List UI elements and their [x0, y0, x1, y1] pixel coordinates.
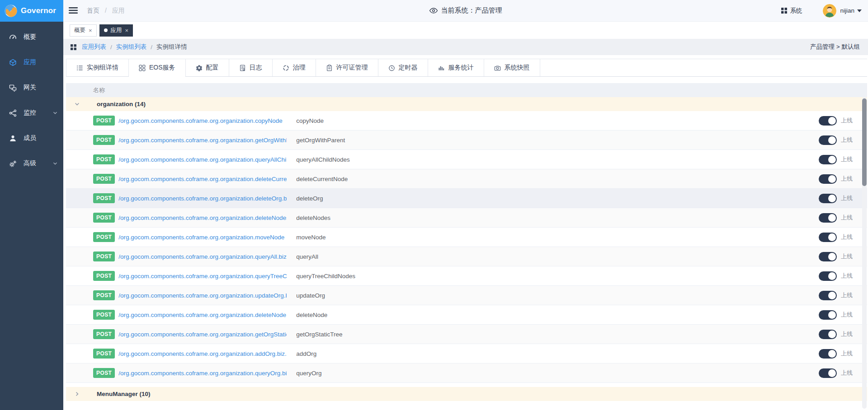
hamburger-icon[interactable] [69, 7, 79, 15]
stats-icon [438, 65, 445, 71]
online-label: 上线 [841, 272, 853, 280]
close-icon[interactable]: × [89, 28, 92, 33]
close-icon[interactable]: × [125, 28, 129, 33]
tab-timer[interactable]: 定时器 [378, 59, 428, 76]
service-path-link[interactable]: /org.gocom.components.coframe.org.organi… [118, 253, 287, 260]
avatar[interactable] [823, 4, 836, 18]
tab-instance-detail[interactable]: 实例组详情 [66, 59, 129, 76]
view-tag-label: 应用 [111, 27, 122, 34]
name-column-header: 名称 [93, 86, 105, 94]
sidebar-item-member[interactable]: 成员 [0, 126, 63, 151]
tab-label: 实例组详情 [87, 64, 118, 72]
online-toggle[interactable] [819, 194, 837, 203]
service-path-link[interactable]: /org.gocom.components.coframe.org.organi… [118, 137, 287, 144]
service-path-link[interactable]: /org.gocom.components.coframe.org.organi… [118, 234, 287, 241]
service-group-row[interactable]: MenuManager (10) [66, 387, 867, 401]
online-toggle[interactable] [819, 155, 837, 164]
online-label: 上线 [841, 116, 853, 125]
user-icon [9, 135, 17, 142]
sidebar-item-advanced[interactable]: 高级 [0, 151, 63, 176]
service-path-link[interactable]: /org.gocom.components.coframe.org.organi… [118, 370, 287, 377]
method-badge: POST [93, 310, 115, 320]
sidebar-item-label: 网关 [24, 84, 36, 92]
online-toggle[interactable] [819, 233, 837, 242]
service-row: POST /org.gocom.components.coframe.org.o… [66, 363, 867, 383]
method-badge: POST [93, 232, 115, 242]
service-name: moveNode [296, 234, 326, 241]
service-row: POST /org.gocom.components.coframe.org.o… [66, 247, 867, 266]
tab-service-stats[interactable]: 服务统计 [428, 59, 484, 76]
squares-icon [139, 65, 146, 71]
username[interactable]: nijian [840, 7, 854, 14]
tab-eos-service[interactable]: EOS服务 [129, 59, 186, 76]
service-path-link[interactable]: /org.gocom.components.coframe.org.organi… [118, 195, 287, 202]
online-toggle[interactable] [819, 252, 837, 261]
detail-tabs: 实例组详情 EOS服务 配置 日志 治理 许可证管理 定时器 服务统计 系统快照 [66, 59, 867, 77]
service-path-link[interactable]: /org.gocom.components.coframe.org.organi… [118, 312, 287, 318]
scrollbar[interactable] [862, 97, 867, 409]
tab-label: 许可证管理 [336, 64, 368, 72]
online-label: 上线 [841, 155, 853, 163]
tab-label: EOS服务 [149, 64, 175, 72]
toggle-knob [828, 292, 836, 299]
current-system-indicator: 当前系统：产品管理 [429, 6, 502, 15]
online-toggle[interactable] [819, 213, 837, 223]
tab-label: 治理 [293, 64, 306, 72]
tab-snapshot[interactable]: 系统快照 [484, 59, 540, 76]
online-label: 上线 [841, 330, 853, 338]
online-toggle[interactable] [819, 174, 837, 184]
breadcrumb-home[interactable]: 首页 [87, 7, 99, 14]
service-group-row[interactable]: organization (14) [66, 97, 867, 111]
online-label: 上线 [841, 214, 853, 222]
eye-icon [429, 7, 438, 14]
online-toggle[interactable] [819, 135, 837, 145]
service-path-link[interactable]: /org.gocom.components.coframe.org.organi… [118, 117, 287, 124]
online-label: 上线 [841, 233, 853, 241]
tab-license[interactable]: 许可证管理 [316, 59, 378, 76]
app-logo[interactable]: Governor [0, 0, 63, 22]
scrollbar-thumb[interactable] [862, 98, 867, 186]
service-path-link[interactable]: /org.gocom.components.coframe.org.organi… [118, 350, 287, 357]
service-path-link[interactable]: /org.gocom.components.coframe.org.organi… [118, 176, 287, 182]
breadcrumb-current: 应用 [112, 7, 125, 14]
sidebar: Governor 概要 应用 网关 监控 成员 高级 [0, 0, 63, 410]
service-row: POST /org.gocom.components.coframe.org.o… [66, 266, 867, 286]
service-path-link[interactable]: /org.gocom.components.coframe.org.organi… [118, 156, 287, 163]
system-menu-button[interactable]: 系统 [781, 7, 802, 15]
breadcrumb-instance-group-list[interactable]: 实例组列表 [116, 43, 147, 51]
service-path-link[interactable]: /org.gocom.components.coframe.org.organi… [118, 331, 287, 338]
online-toggle[interactable] [819, 291, 837, 300]
online-toggle[interactable] [819, 310, 837, 320]
service-path-link[interactable]: /org.gocom.components.coframe.org.organi… [118, 214, 287, 221]
sidebar-item-gateway[interactable]: 网关 [0, 75, 63, 100]
tab-log[interactable]: 日志 [229, 59, 273, 76]
service-name: queryTreeChildNodes [296, 273, 355, 280]
caret-down-icon[interactable] [857, 9, 862, 12]
license-icon [326, 65, 333, 71]
sidebar-item-app[interactable]: 应用 [0, 50, 63, 75]
tab-governance[interactable]: 治理 [273, 59, 316, 76]
view-tag-overview[interactable]: 概要 × [70, 24, 97, 37]
grid-icon [71, 44, 76, 50]
sidebar-item-monitor[interactable]: 监控 [0, 100, 63, 126]
online-toggle[interactable] [819, 330, 837, 339]
online-toggle[interactable] [819, 116, 837, 126]
method-badge: POST [93, 116, 115, 126]
view-tag-app[interactable]: 应用 × [99, 24, 133, 37]
service-path-link[interactable]: /org.gocom.components.coframe.org.organi… [118, 292, 287, 299]
online-toggle[interactable] [819, 368, 837, 378]
service-row: POST /org.gocom.components.coframe.org.o… [66, 325, 867, 344]
tab-label: 日志 [250, 64, 262, 72]
breadcrumb-app-list[interactable]: 应用列表 [82, 43, 106, 51]
online-toggle[interactable] [819, 349, 837, 359]
chevron-down-icon [74, 101, 80, 107]
online-toggle[interactable] [819, 271, 837, 281]
toggle-knob [828, 117, 836, 125]
online-label: 上线 [841, 252, 853, 261]
sidebar-item-overview[interactable]: 概要 [0, 24, 63, 50]
method-badge: POST [93, 329, 115, 339]
service-path-link[interactable]: /org.gocom.components.coframe.org.organi… [118, 273, 287, 280]
tab-config[interactable]: 配置 [186, 59, 229, 76]
share-icon [9, 109, 17, 117]
breadcrumb-separator: / [105, 7, 107, 14]
